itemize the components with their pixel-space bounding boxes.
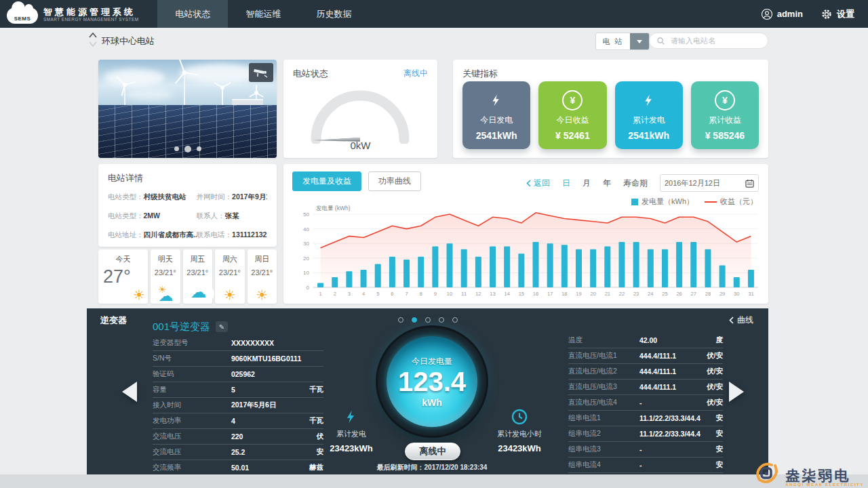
table-row: 温度42.00度 [568, 333, 723, 348]
sun-icon: ☀ [248, 288, 277, 302]
kpi-row: 今日发电2541kWh¥今日收益¥ 52461累计发电2541kWh¥累计收益¥… [462, 81, 759, 149]
cctv-camera-icon[interactable] [249, 63, 273, 82]
detail-item: 并网时间：2017年9月1日 [197, 192, 267, 202]
brand-name-en: ANGQI WEAK ELECTRICITY [785, 483, 864, 487]
details-title: 电站详情 [98, 164, 277, 184]
brand-name: 盎柒弱电 [785, 469, 864, 483]
station-photo-carousel[interactable] [98, 60, 277, 158]
svg-text:9: 9 [434, 291, 437, 297]
select-value: 电 站 [596, 33, 630, 49]
chart-tab[interactable]: 发电量及收益 [292, 171, 361, 191]
bolt-icon [344, 409, 358, 425]
svg-text:10: 10 [447, 291, 452, 297]
user-icon [761, 8, 773, 20]
kpi-label: 累计发电 [633, 115, 665, 126]
station-status-card: 电站状态 离线中 0kW [283, 60, 437, 158]
search-box[interactable] [649, 33, 768, 49]
carousel-dot[interactable] [197, 146, 201, 151]
svg-text:6: 6 [391, 291, 393, 297]
inverter-dot[interactable] [425, 317, 431, 323]
status-badge: 离线中 [403, 68, 428, 79]
station-select[interactable]: 电 站 [595, 33, 650, 50]
svg-text:16: 16 [533, 291, 538, 297]
kpi-label: 累计收益 [709, 115, 741, 126]
last-refresh-time: 最后刷新时间：2017/12/20 18:23:34 [344, 463, 520, 472]
footer-brand: 盎柒弱电 ANGQI WEAK ELECTRICITY [753, 460, 864, 487]
table-row: 组串电流3-安 [568, 442, 723, 458]
user-menu[interactable]: admin [761, 8, 803, 20]
inverter-dot[interactable] [398, 317, 403, 323]
svg-text:30: 30 [303, 241, 309, 247]
table-row: 发电功率4千瓦 [153, 413, 323, 429]
next-inverter-button[interactable] [729, 382, 744, 402]
detail-item: 电站类型：村级扶贫电站 [108, 192, 197, 202]
nav-item[interactable]: 历史数据 [298, 0, 369, 28]
search-input[interactable] [669, 36, 760, 45]
svg-text:1: 1 [319, 291, 321, 297]
detail-item: 电站地址：四川省成都市高... [108, 230, 197, 240]
table-row: 直流电压/电流4-伏/安 [568, 395, 723, 411]
prev-inverter-button[interactable] [122, 382, 137, 402]
generation-chart-card: 发电量及收益功率曲线 返回 日月年寿命期 2016年12月12日 发电量（kWh… [283, 164, 768, 304]
detail-item: 联系人：张某 [197, 211, 267, 221]
cloud-logo-icon: SEMS [7, 7, 38, 24]
chart-controls: 返回 日月年寿命期 2016年12月12日 [526, 174, 759, 192]
svg-text:发电量 (kWh): 发电量 (kWh) [316, 205, 351, 211]
svg-text:20: 20 [590, 291, 595, 297]
date-picker[interactable]: 2016年12月12日 [660, 174, 759, 192]
inverter-dot[interactable] [452, 317, 458, 323]
app-root: SEMS 智慧能源管理系统 SMART ENERGY MANAGEMENT SY… [0, 0, 868, 488]
weather-today-card: 今天 27° ☀ [98, 249, 148, 304]
calendar-icon [745, 179, 754, 188]
svg-text:5: 5 [376, 291, 379, 297]
station-updown-icon[interactable] [88, 32, 98, 48]
nav-item[interactable]: 智能运维 [228, 0, 298, 28]
select-dropdown-button[interactable] [630, 33, 649, 49]
svg-text:12: 12 [475, 291, 481, 297]
svg-text:17: 17 [547, 291, 553, 297]
svg-text:4: 4 [362, 291, 365, 297]
sun-icon: ☀ [215, 288, 245, 302]
chevron-left-icon [526, 180, 531, 187]
inverter-dot[interactable] [439, 317, 444, 323]
inverter-status-button[interactable]: 离线中 [405, 443, 460, 460]
period-switcher: 日月年寿命期 [562, 178, 648, 189]
period-option[interactable]: 日 [562, 178, 570, 189]
kpi-value: 2541kWh [476, 130, 517, 141]
inverter-dot[interactable] [412, 317, 417, 323]
table-row: 交流电压25.2安 [153, 445, 323, 460]
table-row: 接入时间2017年5月6日 [153, 398, 323, 413]
carousel-dot[interactable] [174, 146, 179, 151]
nav-item[interactable]: 电站状态 [157, 0, 228, 28]
period-option[interactable]: 年 [603, 178, 611, 189]
chart-tab[interactable]: 功率曲线 [368, 171, 421, 191]
period-option[interactable]: 寿命期 [623, 178, 648, 189]
period-option[interactable]: 月 [583, 178, 591, 189]
inverter-panel: 逆变器 曲线 001号逆变器 ✎ 逆变器型号XXXXXXXXXS/N号9060K… [87, 308, 768, 474]
subheader: 环球中心电站 电 站 [0, 28, 868, 52]
weather-today-label: 今天 [98, 254, 148, 264]
back-link[interactable]: 返回 [526, 178, 550, 189]
kpi-value: 2541kWh [628, 130, 669, 141]
gear-icon [821, 8, 833, 20]
carousel-dot[interactable] [184, 146, 191, 152]
svg-text:10: 10 [303, 270, 309, 276]
svg-text:7: 7 [405, 291, 408, 297]
gauge-label: 今日发电量 [412, 356, 452, 367]
current-power-value: 0kW [283, 140, 437, 151]
svg-text:22: 22 [619, 291, 625, 297]
edit-icon[interactable]: ✎ [216, 321, 228, 332]
table-row: 组串电流211.1/22.2/33.3/44.4安 [568, 426, 723, 442]
inverter-electrical-table: 温度42.00度直流电压/电流1444.4/111.1伏/安直流电压/电流244… [568, 333, 723, 473]
table-row: 逆变器型号XXXXXXXXX [153, 336, 323, 351]
kpi-label: 今日发电 [480, 115, 513, 126]
svg-text:28: 28 [705, 291, 711, 297]
settings-button[interactable]: 设置 [821, 8, 854, 20]
svg-text:40: 40 [303, 226, 309, 232]
power-gauge [296, 81, 425, 144]
kpi-value: ¥ 585246 [705, 130, 745, 141]
settings-label: 设置 [837, 8, 854, 20]
key-indicators-card: 关键指标 今日发电2541kWh¥今日收益¥ 52461累计发电2541kWh¥… [453, 60, 768, 158]
kpi-value: ¥ 52461 [555, 130, 590, 141]
detail-item: 电站类型：2MW [108, 211, 197, 221]
